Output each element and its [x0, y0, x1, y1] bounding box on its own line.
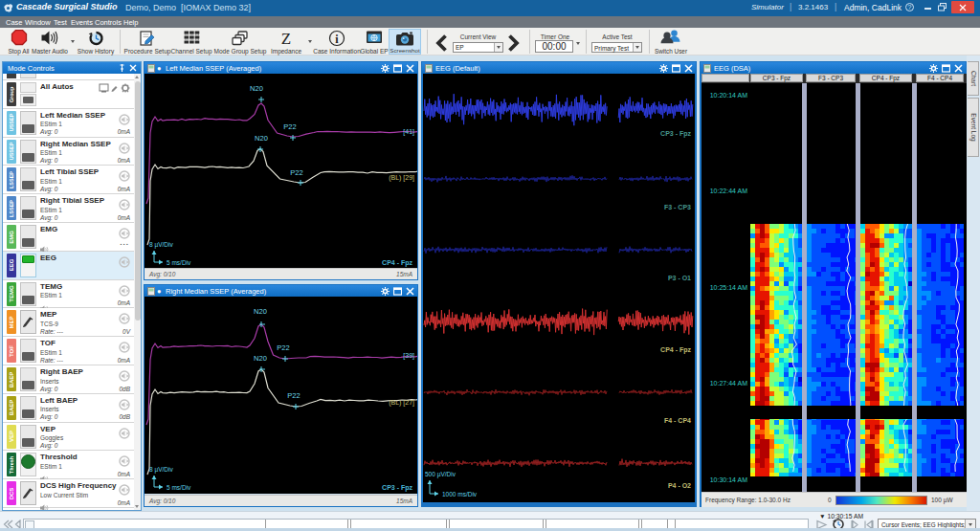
svg-text:(BL) [27]: (BL) [27]	[389, 399, 414, 407]
svg-text:8 µV/Div: 8 µV/Div	[149, 466, 173, 474]
svg-text:[41]: [41]	[403, 128, 414, 136]
svg-text:CP4 - Fpz: CP4 - Fpz	[382, 258, 412, 266]
svg-text:N20: N20	[254, 307, 267, 316]
svg-text:P22: P22	[290, 168, 302, 177]
svg-text:CP3 - Fpz: CP3 - Fpz	[382, 483, 412, 491]
svg-text:P22: P22	[283, 122, 296, 131]
svg-text:N20: N20	[250, 84, 263, 93]
svg-text:10:22:44 AM: 10:22:44 AM	[710, 188, 747, 194]
svg-text:P3 - O1: P3 - O1	[668, 275, 691, 281]
svg-text:(BL) [29]: (BL) [29]	[389, 174, 414, 182]
svg-text:N20: N20	[254, 354, 267, 363]
svg-text:10:20:14 AM: 10:20:14 AM	[710, 92, 747, 99]
svg-text:P22: P22	[287, 391, 300, 400]
svg-text:P22: P22	[277, 343, 289, 352]
svg-text:10:25:14 AM: 10:25:14 AM	[710, 283, 747, 290]
svg-text:[39]: [39]	[403, 352, 414, 360]
svg-text:CP4 - Fpz: CP4 - Fpz	[660, 346, 691, 354]
svg-text:5 ms/Div: 5 ms/Div	[167, 483, 191, 490]
svg-text:F4 - CP4: F4 - CP4	[664, 417, 691, 424]
svg-text:1000 ms/Div: 1000 ms/Div	[442, 491, 478, 498]
svg-text:i: i	[335, 33, 339, 46]
svg-text:N20: N20	[255, 134, 268, 143]
svg-text:8 µV/Div: 8 µV/Div	[149, 241, 173, 249]
svg-text:5 ms/Div: 5 ms/Div	[167, 258, 191, 265]
svg-text:10:30:14 AM: 10:30:14 AM	[710, 476, 747, 482]
svg-text:CP3 - Fpz: CP3 - Fpz	[660, 130, 691, 138]
svg-text:Z: Z	[281, 30, 291, 47]
svg-text:10:27:44 AM: 10:27:44 AM	[710, 380, 747, 387]
svg-text:P4 - O2: P4 - O2	[668, 482, 691, 489]
svg-text:F3 - CP3: F3 - CP3	[664, 204, 691, 210]
svg-text:500 µV/Div: 500 µV/Div	[425, 471, 457, 478]
